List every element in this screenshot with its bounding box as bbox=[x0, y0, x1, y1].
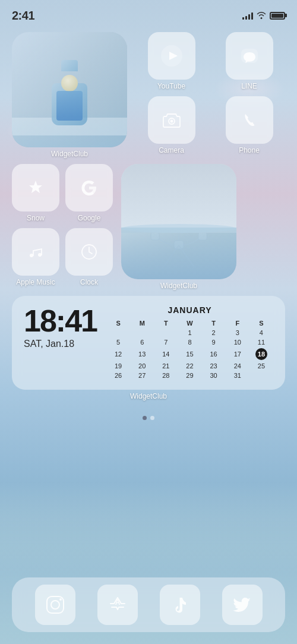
cal-day: 23 bbox=[202, 361, 226, 371]
apple-music-label: Apple Music bbox=[16, 278, 55, 286]
snow-app[interactable]: Snow bbox=[12, 164, 59, 222]
cal-day: 7 bbox=[154, 337, 178, 347]
appstore-app[interactable]: A bbox=[97, 585, 138, 625]
google-app[interactable]: Google bbox=[65, 164, 113, 222]
cal-day: 5 bbox=[106, 337, 130, 347]
cal-day: 3 bbox=[226, 328, 249, 337]
cal-time-section: 18:41 SAT, Jan.18 bbox=[24, 305, 97, 349]
status-bar: 2:41 bbox=[0, 0, 297, 26]
cal-date-text: SAT, Jan.18 bbox=[24, 339, 74, 349]
cal-day: 14 bbox=[154, 347, 178, 361]
cal-day: 4 bbox=[249, 328, 273, 337]
svg-point-6 bbox=[30, 254, 33, 257]
clock-label: Clock bbox=[80, 278, 98, 286]
app-row-2: Snow Google bbox=[12, 164, 285, 290]
line-app[interactable]: LINE bbox=[213, 32, 285, 90]
app-grid: WidgetClub YouTube bbox=[0, 26, 297, 411]
left-col-row2: Snow Google bbox=[12, 164, 113, 286]
cal-day: 20 bbox=[130, 361, 154, 371]
widgetclub-widget-2[interactable]: WidgetClub bbox=[121, 164, 236, 290]
cal-header-w: W bbox=[178, 318, 201, 328]
cal-day: 26 bbox=[106, 371, 130, 380]
wifi-icon bbox=[257, 11, 266, 21]
youtube-app[interactable]: YouTube bbox=[135, 32, 207, 90]
cal-day: 17 bbox=[226, 347, 249, 361]
page-dot-2 bbox=[150, 416, 154, 420]
signal-icon bbox=[242, 11, 253, 20]
cal-day: 19 bbox=[106, 361, 130, 371]
dock: A bbox=[12, 577, 285, 632]
cal-header-f: F bbox=[226, 318, 249, 328]
svg-point-4 bbox=[170, 120, 173, 123]
cal-day: 22 bbox=[178, 361, 201, 371]
twitter-app[interactable] bbox=[222, 585, 263, 625]
phone-label: Phone bbox=[239, 146, 260, 154]
cal-day: 16 bbox=[202, 347, 226, 361]
cal-day: 21 bbox=[154, 361, 178, 371]
cal-day: 8 bbox=[178, 337, 201, 347]
cal-day: 11 bbox=[249, 337, 273, 347]
cal-day: 12 bbox=[106, 347, 130, 361]
widgetclub-widget-1[interactable]: WidgetClub bbox=[12, 32, 127, 158]
status-time: 2:41 bbox=[12, 9, 34, 23]
cal-day: 24 bbox=[226, 361, 249, 371]
cal-day: 31 bbox=[226, 371, 249, 380]
cal-header-t2: T bbox=[202, 318, 226, 328]
cal-day: 2 bbox=[202, 328, 226, 337]
page-dot-1 bbox=[143, 416, 147, 420]
phone-app[interactable]: Phone bbox=[213, 96, 285, 154]
svg-point-27 bbox=[59, 598, 62, 601]
widgetclub-1-label: WidgetClub bbox=[51, 150, 88, 158]
cal-clock-time: 18:41 bbox=[24, 305, 97, 336]
tiktok-app[interactable] bbox=[160, 585, 200, 625]
camera-app[interactable]: Camera bbox=[135, 96, 207, 154]
svg-marker-5 bbox=[29, 181, 42, 193]
instagram-app[interactable] bbox=[35, 585, 75, 625]
cal-day bbox=[154, 328, 178, 337]
camera-label: Camera bbox=[159, 146, 184, 154]
cal-day: 27 bbox=[130, 371, 154, 380]
page-dots bbox=[0, 416, 297, 420]
snow-label: Snow bbox=[27, 214, 45, 222]
cal-day: 1 bbox=[178, 328, 201, 337]
cal-day: 9 bbox=[202, 337, 226, 347]
cal-calendar: JANUARY S M T W T F S bbox=[106, 305, 273, 380]
cal-month-title: JANUARY bbox=[106, 305, 273, 315]
cal-day bbox=[249, 371, 273, 380]
widgetclub-2-label: WidgetClub bbox=[160, 282, 197, 290]
svg-text:A: A bbox=[115, 598, 120, 607]
calendar-widget: 18:41 SAT, Jan.18 JANUARY S M T W bbox=[12, 296, 285, 390]
line-label: LINE bbox=[241, 82, 257, 90]
cal-day: 6 bbox=[130, 337, 154, 347]
app-row-1: WidgetClub YouTube bbox=[12, 32, 285, 158]
status-icons bbox=[242, 11, 285, 21]
cal-header-s2: S bbox=[249, 318, 273, 328]
cal-table: S M T W T F S 12345678910111213141516171… bbox=[106, 318, 273, 380]
cal-header-t1: T bbox=[154, 318, 178, 328]
row2-top: Snow Google bbox=[12, 164, 113, 222]
row2-bottom: Apple Music Clock bbox=[12, 228, 113, 286]
clock-app[interactable]: Clock bbox=[65, 228, 113, 286]
cal-day: 13 bbox=[130, 347, 154, 361]
cal-header-m: M bbox=[130, 318, 154, 328]
cal-day: 30 bbox=[202, 371, 226, 380]
apps-2x2-right: YouTube LINE bbox=[135, 32, 285, 154]
svg-point-26 bbox=[51, 601, 59, 609]
google-label: Google bbox=[78, 214, 101, 222]
cal-day: 29 bbox=[178, 371, 201, 380]
cal-day: 18 bbox=[249, 347, 273, 361]
cal-day: 28 bbox=[154, 371, 178, 380]
cal-day: 25 bbox=[249, 361, 273, 371]
cal-day: 10 bbox=[226, 337, 249, 347]
cal-day: 15 bbox=[178, 347, 201, 361]
cal-day bbox=[106, 328, 130, 337]
cal-day bbox=[130, 328, 154, 337]
youtube-label: YouTube bbox=[157, 82, 185, 90]
svg-point-7 bbox=[38, 253, 42, 257]
calendar-widget-container[interactable]: 18:41 SAT, Jan.18 JANUARY S M T W bbox=[12, 296, 285, 400]
battery-icon bbox=[270, 12, 285, 20]
apple-music-app[interactable]: Apple Music bbox=[12, 228, 59, 286]
calendar-widget-label: WidgetClub bbox=[12, 392, 285, 400]
cal-header-s1: S bbox=[106, 318, 130, 328]
